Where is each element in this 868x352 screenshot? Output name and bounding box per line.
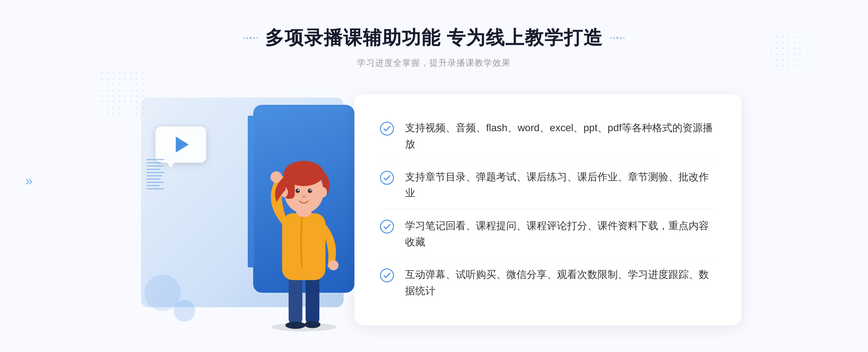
title-row: 多项录播课辅助功能 专为线上教学打造: [243, 25, 625, 51]
page-container: 多项录播课辅助功能 专为线上教学打造 学习进度全掌握，提升录播课教学效果 »: [0, 0, 868, 352]
svg-point-20: [380, 171, 393, 184]
svg-point-12: [295, 189, 300, 193]
dot-pattern-left: [101, 72, 145, 116]
svg-point-14: [298, 189, 299, 191]
svg-point-22: [380, 269, 393, 282]
check-icon-4: [380, 268, 394, 283]
svg-point-3: [285, 322, 306, 329]
right-title-decoration: [610, 37, 625, 39]
dot-r1: [610, 37, 612, 39]
dot-r4: [620, 37, 622, 39]
svg-point-18: [320, 187, 327, 197]
dot-r2: [613, 37, 615, 39]
svg-point-4: [305, 321, 320, 328]
dot-r5: [623, 37, 625, 39]
main-content: // Rendered inline via style below 支持视频、…: [127, 87, 741, 332]
dot-1: [243, 37, 245, 39]
stripe-decoration: [146, 159, 165, 202]
play-icon-area: [156, 126, 206, 163]
feature-item: 支持章节目录、弹题考试、课后练习、课后作业、章节测验、批改作业: [380, 162, 716, 209]
dot-2: [246, 37, 248, 39]
check-icon-1: [380, 121, 394, 136]
feature-text-1: 支持视频、音频、flash、word、excel、ppt、pdf等各种格式的资源…: [405, 120, 716, 153]
dot-pattern-right: [770, 36, 803, 69]
svg-point-7: [328, 260, 339, 270]
feature-item: 学习笔记回看、课程提问、课程评论打分、课件资料下载，重点内容收藏: [380, 211, 716, 258]
feature-item: 支持视频、音频、flash、word、excel、ppt、pdf等各种格式的资源…: [380, 113, 716, 160]
chat-bubble: [156, 126, 206, 163]
dot-5: [256, 37, 258, 39]
circle-deco-small: [174, 300, 195, 322]
play-triangle-icon: [176, 137, 189, 153]
figure-illustration: [250, 130, 358, 332]
check-icon-3: [380, 219, 394, 234]
dot-3: [250, 37, 252, 39]
feature-item: 互动弹幕、试听购买、微信分享、观看次数限制、学习进度跟踪、数据统计: [380, 259, 716, 306]
svg-point-16: [302, 195, 306, 198]
svg-point-15: [310, 189, 311, 191]
left-title-decoration: [243, 37, 258, 39]
page-title: 多项录播课辅助功能 专为线上教学打造: [265, 25, 603, 51]
header-section: 多项录播课辅助功能 专为线上教学打造 学习进度全掌握，提升录播课教学效果: [243, 0, 625, 69]
features-panel: 支持视频、音频、flash、word、excel、ppt、pdf等各种格式的资源…: [354, 94, 741, 325]
page-subtitle: 学习进度全掌握，提升录播课教学效果: [243, 57, 625, 69]
check-icon-2: [380, 171, 394, 185]
svg-point-13: [308, 189, 312, 193]
illustration-area: // Rendered inline via style below: [127, 87, 365, 332]
dot-4: [253, 37, 255, 39]
svg-point-21: [380, 220, 393, 233]
svg-rect-2: [306, 275, 319, 325]
svg-rect-5: [282, 213, 326, 280]
feature-text-3: 学习笔记回看、课程提问、课程评论打分、课件资料下载，重点内容收藏: [405, 218, 716, 250]
svg-point-19: [380, 122, 393, 135]
feature-text-2: 支持章节目录、弹题考试、课后练习、课后作业、章节测验、批改作业: [405, 169, 716, 202]
chevron-decoration: »: [25, 173, 33, 189]
feature-text-4: 互动弹幕、试听购买、微信分享、观看次数限制、学习进度跟踪、数据统计: [405, 267, 716, 299]
dot-r3: [616, 37, 618, 39]
svg-rect-1: [289, 275, 302, 325]
